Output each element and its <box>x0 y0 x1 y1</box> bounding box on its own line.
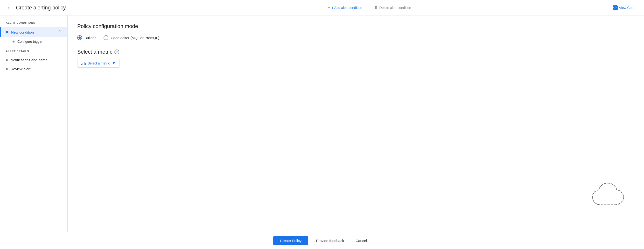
builder-radio-circle <box>77 35 82 40</box>
view-code-button[interactable]: </> View Code <box>610 4 638 12</box>
code-editor-label: Code editor (MQL or PromQL) <box>111 36 159 40</box>
select-metric-section: Select a metric ? <box>77 49 634 55</box>
sidebar-item-notifications[interactable]: Notifications and name <box>0 56 67 65</box>
code-icon: </> <box>613 5 618 10</box>
new-condition-label: New condition <box>11 30 55 34</box>
top-bar-actions: + + Add alert condition 🗑 Delete alert c… <box>325 4 638 12</box>
help-icon[interactable]: ? <box>114 50 119 54</box>
main-content: ALERT CONDITIONS New condition ⌃ Configu… <box>0 16 644 232</box>
divider <box>368 5 368 11</box>
cancel-button[interactable]: Cancel <box>352 236 371 245</box>
sidebar-item-new-condition[interactable]: New condition ⌃ <box>0 27 67 37</box>
alert-conditions-section-title: ALERT CONDITIONS <box>0 21 67 27</box>
right-panel-wrapper: Policy configuration mode Builder Code e… <box>68 16 644 232</box>
radio-group: Builder Code editor (MQL or PromQL) <box>77 35 634 40</box>
cloud-illustration <box>576 183 625 213</box>
review-dot <box>6 68 8 70</box>
top-bar-left: ← Create alerting policy <box>6 4 319 12</box>
notifications-dot <box>6 59 8 61</box>
trash-icon: 🗑 <box>374 6 378 10</box>
metric-bar-icon <box>81 61 86 65</box>
view-code-label: View Code <box>619 6 635 10</box>
bottom-bar: Create Policy Provide feedback Cancel <box>0 232 644 249</box>
delete-condition-label: Delete alert condition <box>380 6 411 10</box>
provide-feedback-button[interactable]: Provide feedback <box>312 236 348 245</box>
alert-details-section-title: ALERT DETAILS <box>0 50 67 56</box>
top-bar: ← Create alerting policy + + Add alert c… <box>0 0 644 16</box>
chevron-up-icon: ⌃ <box>58 30 62 35</box>
config-mode-heading: Policy configuration mode <box>77 23 634 30</box>
delete-alert-condition-button[interactable]: 🗑 Delete alert condition <box>371 4 414 12</box>
sub-dot <box>12 41 14 43</box>
builder-radio[interactable]: Builder <box>77 35 96 40</box>
create-policy-button[interactable]: Create Policy <box>273 236 308 245</box>
notifications-label: Notifications and name <box>10 58 62 62</box>
page-title: Create alerting policy <box>16 5 66 11</box>
right-panel: Policy configuration mode Builder Code e… <box>68 16 644 75</box>
sidebar-item-review-alert[interactable]: Review alert <box>0 65 67 73</box>
chevron-down-icon: ▼ <box>112 61 116 66</box>
code-editor-radio[interactable]: Code editor (MQL or PromQL) <box>104 35 159 40</box>
sidebar-item-configure-trigger[interactable]: Configure trigger <box>0 37 67 46</box>
add-icon: + <box>328 6 330 10</box>
builder-label: Builder <box>84 36 96 40</box>
configure-trigger-label: Configure trigger <box>18 40 62 44</box>
select-metric-title: Select a metric <box>77 49 112 55</box>
add-alert-condition-button[interactable]: + + Add alert condition <box>325 4 365 12</box>
active-dot <box>6 31 8 33</box>
select-metric-btn-label: Select a metric <box>88 61 110 65</box>
add-condition-label: + Add alert condition <box>332 6 362 10</box>
sidebar: ALERT CONDITIONS New condition ⌃ Configu… <box>0 16 68 232</box>
code-editor-radio-circle <box>104 35 108 40</box>
back-button[interactable]: ← <box>6 4 13 12</box>
review-alert-label: Review alert <box>10 67 62 71</box>
select-metric-button[interactable]: Select a metric ▼ <box>77 59 120 68</box>
